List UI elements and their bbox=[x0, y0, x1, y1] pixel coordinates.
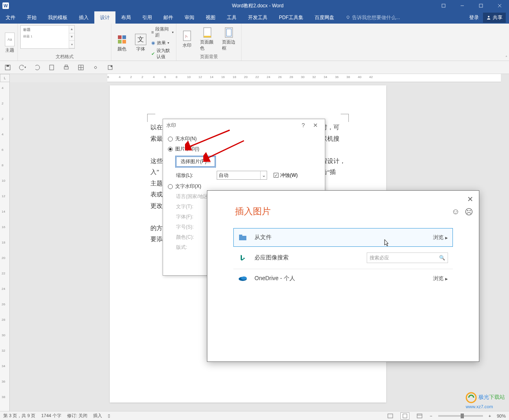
word-count[interactable]: 1744 个字 bbox=[41, 413, 61, 419]
tab-mytemplates[interactable]: 我的模板 bbox=[42, 11, 73, 24]
tab-layout[interactable]: 布局 bbox=[115, 11, 137, 24]
svg-point-34 bbox=[241, 276, 247, 280]
horizontal-ruler[interactable]: 6422468101214161820222426283032343638404… bbox=[107, 74, 501, 82]
zoom-level[interactable]: 90% bbox=[497, 413, 506, 418]
search-icon: 🔍 bbox=[439, 255, 445, 261]
vertical-ruler[interactable]: 422468101214161820222426283032343638 bbox=[0, 82, 10, 411]
tab-review[interactable]: 审阅 bbox=[179, 11, 200, 24]
zoom-slider[interactable] bbox=[438, 415, 483, 417]
web-layout-icon[interactable] bbox=[415, 412, 424, 420]
watermark-button[interactable]: A水印 bbox=[179, 28, 195, 50]
bing-search-row[interactable]: 必应图像搜索 搜索必应🔍 bbox=[233, 247, 453, 269]
share-button[interactable]: 共享 bbox=[483, 13, 506, 23]
redo-icon[interactable] bbox=[33, 64, 41, 71]
dialog-help-button[interactable]: ? bbox=[297, 120, 309, 130]
folder-icon bbox=[238, 234, 247, 241]
tab-references[interactable]: 引用 bbox=[137, 11, 158, 24]
page-borders-button[interactable]: 页面边框 bbox=[220, 25, 239, 53]
tab-home[interactable]: 开始 bbox=[21, 11, 42, 24]
feedback-smile-icon[interactable]: ☺ bbox=[452, 207, 460, 217]
track-changes-status[interactable]: 修订: 关闭 bbox=[67, 413, 87, 419]
page-number[interactable]: 第 3 页，共 9 页 bbox=[3, 413, 35, 419]
gallery-down-icon[interactable]: ▼ bbox=[69, 33, 74, 41]
themes-button[interactable]: Aa主题 bbox=[2, 31, 17, 55]
dialog-close-button[interactable]: ✕ bbox=[309, 120, 322, 130]
set-default-button[interactable]: ✔设为默认值 bbox=[151, 47, 174, 61]
zoom-out-button[interactable]: − bbox=[430, 413, 432, 418]
read-mode-icon[interactable] bbox=[386, 412, 395, 420]
zoom-in-button[interactable]: + bbox=[489, 413, 491, 418]
radio-no-watermark[interactable]: 无水印(N) bbox=[168, 134, 320, 144]
new-icon[interactable] bbox=[48, 64, 55, 71]
close-button[interactable] bbox=[490, 0, 509, 11]
radio-icon bbox=[168, 137, 173, 141]
page-border-icon bbox=[223, 27, 235, 38]
ribbon-tabs: 文件 开始 我的模板 插入 设计 布局 引用 邮件 审阅 视图 工具 开发工具 … bbox=[0, 11, 509, 24]
login-link[interactable]: 登录 bbox=[469, 14, 479, 21]
attach-icon[interactable] bbox=[92, 64, 99, 71]
select-picture-button[interactable]: 选择图片(P)... bbox=[176, 157, 215, 167]
dialog-titlebar[interactable]: 水印 ? ✕ bbox=[163, 119, 325, 131]
effects-icon: ◉ bbox=[151, 40, 155, 46]
svg-rect-21 bbox=[64, 67, 68, 69]
svg-rect-10 bbox=[118, 40, 122, 44]
print-layout-icon[interactable] bbox=[400, 412, 409, 420]
ruler-corner[interactable]: L bbox=[0, 74, 10, 82]
tab-tools[interactable]: 工具 bbox=[221, 11, 242, 24]
colors-button[interactable]: 颜色 bbox=[114, 32, 130, 54]
tab-file[interactable]: 文件 bbox=[0, 11, 21, 24]
collapse-ribbon-icon[interactable]: ˄ bbox=[505, 55, 507, 60]
titlebar: W Word教程2.docx - Word bbox=[0, 0, 509, 11]
effects-button[interactable]: ◉效果▾ bbox=[151, 39, 174, 47]
print-icon[interactable] bbox=[63, 64, 70, 71]
document-formatting-gallery[interactable]: 标题 标题 1 ▲▼▾ bbox=[20, 25, 75, 49]
undo-icon[interactable]: ▾ bbox=[19, 64, 26, 71]
bing-search-input[interactable]: 搜索必应🔍 bbox=[367, 252, 448, 263]
logo-icon bbox=[465, 392, 477, 403]
bookmark-icon[interactable] bbox=[107, 64, 114, 71]
dialog-title: 水印 bbox=[166, 122, 176, 129]
washout-checkbox[interactable] bbox=[274, 173, 278, 178]
save-icon[interactable] bbox=[4, 64, 11, 71]
tell-me[interactable]: 告诉我您想要做什么... bbox=[340, 14, 400, 21]
window-title: Word教程2.docx - Word bbox=[81, 2, 434, 9]
radio-checked-icon bbox=[168, 147, 173, 152]
scale-combo[interactable]: 自动⌄ bbox=[217, 171, 267, 180]
svg-rect-15 bbox=[204, 36, 211, 37]
gallery-up-icon[interactable]: ▲ bbox=[69, 26, 74, 33]
tab-view[interactable]: 视图 bbox=[200, 11, 221, 24]
insert-picture-close-button[interactable]: ✕ bbox=[467, 195, 473, 204]
ribbon-display-options-icon[interactable] bbox=[434, 0, 453, 11]
minimize-button[interactable] bbox=[453, 0, 472, 11]
ribbon: Aa主题 标题 标题 1 ▲▼▾ 文档格式 颜色 文字体 ≡段落间距▾ ◉效果▾… bbox=[0, 24, 509, 61]
browse-link[interactable]: 浏览▸ bbox=[433, 234, 448, 241]
table-icon[interactable] bbox=[77, 64, 85, 71]
macro-icon[interactable]: ▯ bbox=[108, 413, 110, 418]
bing-icon bbox=[238, 254, 247, 261]
svg-rect-0 bbox=[442, 4, 445, 7]
tell-me-placeholder: 告诉我您想要做什么... bbox=[352, 14, 400, 21]
share-icon bbox=[486, 15, 491, 20]
tab-insert[interactable]: 插入 bbox=[73, 11, 94, 24]
onedrive-row[interactable]: OneDrive - 个人 浏览▸ bbox=[233, 269, 453, 288]
svg-rect-32 bbox=[239, 235, 242, 237]
crop-mark-tr bbox=[341, 114, 349, 122]
paragraph-spacing-button[interactable]: ≡段落间距▾ bbox=[151, 25, 174, 39]
svg-point-7 bbox=[488, 16, 489, 17]
page-color-button[interactable]: 页面颜色 bbox=[198, 25, 217, 53]
tab-mailings[interactable]: 邮件 bbox=[158, 11, 179, 24]
tab-developer[interactable]: 开发工具 bbox=[242, 11, 273, 24]
gallery-more-icon[interactable]: ▾ bbox=[69, 41, 74, 48]
tab-pdf[interactable]: PDF工具集 bbox=[273, 11, 309, 24]
onedrive-browse-link[interactable]: 浏览▸ bbox=[433, 275, 448, 282]
insert-mode[interactable]: 插入 bbox=[93, 413, 102, 419]
feedback-frown-icon[interactable]: ☹ bbox=[465, 207, 473, 217]
maximize-button[interactable] bbox=[472, 0, 490, 11]
radio-picture-watermark[interactable]: 图片水印(I) bbox=[168, 144, 320, 154]
fonts-button[interactable]: 文字体 bbox=[133, 32, 149, 54]
tab-design[interactable]: 设计 bbox=[94, 11, 115, 24]
svg-point-5 bbox=[347, 16, 349, 18]
from-file-row[interactable]: 从文件 浏览▸ bbox=[233, 228, 453, 247]
chevron-right-icon: ▸ bbox=[445, 276, 448, 282]
tab-baidu[interactable]: 百度网盘 bbox=[309, 11, 340, 24]
